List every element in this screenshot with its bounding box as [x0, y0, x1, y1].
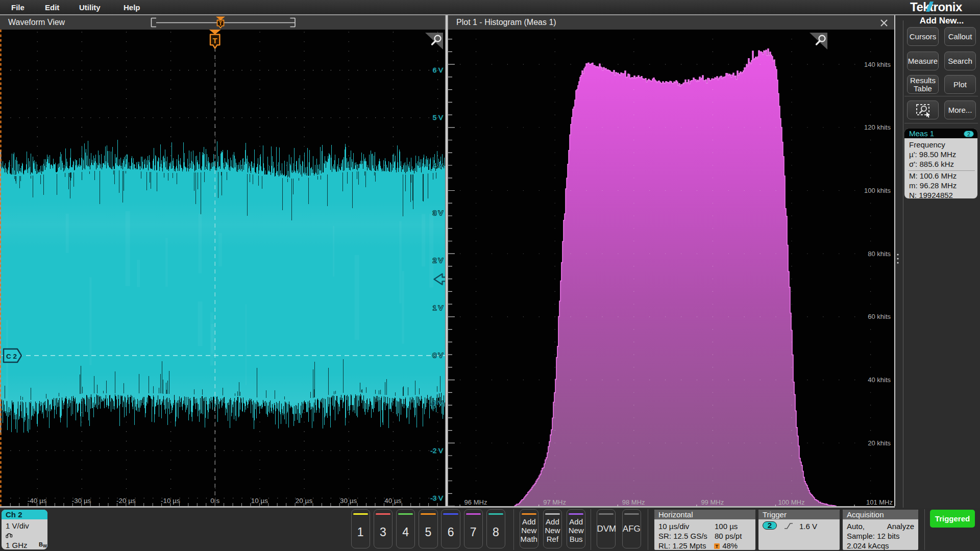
svg-text:20 khits: 20 khits: [868, 439, 891, 447]
svg-text:0 V: 0 V: [433, 352, 443, 359]
svg-text:T: T: [213, 36, 217, 45]
svg-text:6 V: 6 V: [433, 66, 443, 74]
svg-text:40 µs: 40 µs: [384, 497, 402, 505]
svg-text:98 MHz: 98 MHz: [622, 498, 645, 506]
svg-text:97 MHz: 97 MHz: [543, 498, 566, 506]
svg-text:100 khits: 100 khits: [864, 187, 891, 194]
svg-text:40 khits: 40 khits: [868, 376, 891, 384]
svg-text:-10 µs: -10 µs: [161, 497, 180, 505]
svg-text:-20 µs: -20 µs: [116, 497, 136, 505]
svg-text:C 2: C 2: [6, 353, 17, 360]
svg-text:30 µs: 30 µs: [340, 497, 357, 505]
svg-text:Tektronix: Tektronix: [910, 1, 963, 14]
svg-text:96 MHz: 96 MHz: [464, 498, 487, 506]
svg-text:99 MHz: 99 MHz: [701, 498, 724, 506]
svg-text:-2 V: -2 V: [430, 447, 443, 455]
svg-text:80 khits: 80 khits: [868, 250, 891, 258]
svg-text:140 khits: 140 khits: [864, 61, 891, 68]
svg-text:20 µs: 20 µs: [296, 497, 313, 505]
svg-text:T: T: [716, 543, 719, 549]
svg-text:120 khits: 120 khits: [864, 123, 891, 131]
svg-text:-3 V: -3 V: [430, 494, 443, 502]
svg-text:10 µs: 10 µs: [251, 497, 268, 505]
svg-text:-1 V: -1 V: [430, 399, 443, 407]
svg-text:-30 µs: -30 µs: [72, 497, 91, 505]
svg-text:1 V: 1 V: [433, 304, 443, 312]
svg-text:-40 µs: -40 µs: [28, 497, 47, 505]
svg-text:2 V: 2 V: [433, 257, 443, 264]
svg-text:0 s: 0 s: [210, 497, 219, 505]
svg-text:4 V: 4 V: [433, 162, 443, 169]
svg-text:5 V: 5 V: [433, 114, 443, 121]
svg-text:60 khits: 60 khits: [868, 313, 891, 320]
svg-text:3 V: 3 V: [433, 209, 443, 217]
svg-text:101 MHz: 101 MHz: [866, 498, 893, 506]
svg-text:T: T: [219, 20, 223, 27]
svg-text:100 MHz: 100 MHz: [778, 498, 804, 506]
